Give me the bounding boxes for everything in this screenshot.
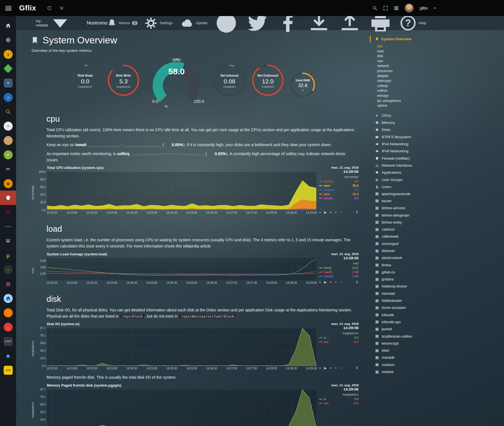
menu-app-chronograf[interactable]: chronograf	[370, 240, 437, 247]
alarms-button[interactable]: Alarms 2	[107, 19, 138, 28]
sidebar-app-calibre-library-icon[interactable]: ≡	[0, 76, 16, 90]
legend-row-out[interactable]: out-5.2	[319, 401, 359, 405]
chevron-down-icon[interactable]	[434, 7, 436, 10]
sidebar-app-ombi-icon[interactable]: ◠	[0, 133, 16, 148]
sidebar-app-raspberry-pi-icon[interactable]: ⁂	[0, 205, 16, 219]
menu-section-applications[interactable]: Applications	[370, 169, 437, 176]
zoom-in-button[interactable]: +	[335, 280, 337, 284]
menu-section-ipv6-networking[interactable]: IPv6 Networking	[370, 148, 437, 155]
legend-row-system[interactable]: system2.3	[319, 188, 359, 192]
menu-app-lazylibrarian-calibre[interactable]: lazylibrarian-calibre	[370, 333, 437, 340]
menu-item-idlejitter[interactable]: idlejitter	[370, 74, 437, 79]
menu-section-btrfs-filesystem[interactable]: BTRFS filesystem	[370, 133, 437, 140]
legend-row-nice[interactable]: nice20.4	[319, 192, 359, 196]
gauge-used-ram[interactable]: Used RAM32.8%	[290, 72, 316, 99]
menu-section-ipv4-networking[interactable]: IPv4 Networking	[370, 140, 437, 148]
menu-section-memory[interactable]: Memory	[370, 119, 437, 126]
menu-section-network-interfaces[interactable]: Network Interfaces	[370, 162, 437, 169]
zoom-out-button[interactable]: −	[340, 280, 342, 284]
sidebar-app-airsonic-icon[interactable]: ♫	[0, 90, 16, 104]
menu-app-binhex-airsonic[interactable]: binhex-airsonic	[370, 205, 437, 212]
sidebar-app-jackett-icon[interactable]	[0, 104, 16, 119]
menu-app-binhex-emby[interactable]: binhex-emby	[370, 219, 437, 226]
menu-app-grafana[interactable]: grafana	[370, 276, 437, 283]
chart-plot-area[interactable]: 14:22:3014:23:0014:23:3014:24:0014:24:30…	[35, 257, 318, 285]
pan-backwards-button[interactable]: «	[319, 280, 321, 284]
menu-app-calibreweb[interactable]: calibreweb	[370, 233, 437, 240]
resize-handle[interactable]: ⇕	[355, 366, 359, 370]
resize-handle[interactable]: ⇕	[355, 210, 359, 214]
legend-row-load5[interactable]: load52.68	[319, 270, 359, 274]
menu-app-hddtemp-docker[interactable]: hddtemp-docker	[370, 283, 437, 290]
menu-item-disk[interactable]: disk	[370, 54, 437, 59]
menu-app-influxdb-ups[interactable]: influxdb-ups	[370, 318, 437, 325]
menu-app-apacheguacamole[interactable]: apacheguacamole	[370, 190, 437, 197]
zoom-in-button[interactable]: +	[335, 366, 337, 370]
fullscreen-icon[interactable]	[383, 6, 388, 11]
legend-row-load1[interactable]: load16.51	[319, 266, 359, 270]
sidebar-app-home-icon[interactable]	[0, 18, 16, 33]
legend-row-load15[interactable]: load152.06	[319, 274, 359, 278]
menu-item-ipc-semaphores[interactable]: ipc semaphores	[370, 99, 437, 104]
chart-plot-area[interactable]: 14:22:3014:23:0014:23:3014:24:0014:24:30…	[35, 388, 318, 426]
update-button[interactable]: Update	[180, 16, 207, 30]
sidebar-app-home-assistant-icon[interactable]	[0, 291, 16, 305]
sidebar-app-emby-icon[interactable]	[0, 61, 16, 76]
sidebar-app-couchpotato-icon[interactable]: ✂	[0, 162, 16, 176]
menu-item-network[interactable]: network	[370, 64, 437, 69]
menu-app-lidarr[interactable]: lidarr	[370, 347, 437, 354]
sidebar-app-influxdb-app-icon[interactable]: ◉	[0, 349, 16, 363]
play-button[interactable]: ▶	[324, 280, 327, 284]
sidebar-app-pihole-icon[interactable]: ◖	[0, 262, 16, 277]
settings-button[interactable]: Settings	[144, 17, 173, 30]
menu-app-letsencrypt[interactable]: letsencrypt	[370, 340, 437, 347]
play-button[interactable]: ▶	[324, 210, 327, 214]
menu-app-cadvisor[interactable]: cadvisor	[370, 226, 437, 233]
menu-app-firefox[interactable]: firefox	[370, 262, 437, 269]
menu-item-ram[interactable]: ram	[370, 59, 437, 64]
legend-row-softirq[interactable]: softirq0.0	[319, 179, 359, 184]
pan-forwards-button[interactable]: »	[330, 366, 332, 370]
sidebar-app-kitana-icon[interactable]: ●	[0, 119, 16, 133]
zoom-in-button[interactable]: +	[335, 210, 337, 214]
sidebar-app-lazylibrarian-icon[interactable]: LAZY	[0, 334, 16, 349]
menu-item-processes[interactable]: processes	[370, 69, 437, 74]
chart-plot-area[interactable]: 14:22:3014:23:0014:23:3014:24:0014:24:30…	[35, 327, 318, 371]
menu-section-users[interactable]: Users	[370, 183, 437, 190]
legend-row-user[interactable]: user35.3	[319, 184, 359, 188]
sidebar-app-netdata-icon[interactable]	[0, 191, 16, 205]
help-button[interactable]: ? Help	[399, 16, 426, 32]
sidebar-app-drone-ci-icon[interactable]: ⚡	[0, 148, 16, 162]
pan-backwards-button[interactable]: «	[319, 210, 321, 214]
close-tab-icon[interactable]	[59, 6, 64, 11]
gauge-disk-read[interactable]: Disk Read0.0megabytes/s	[69, 64, 101, 98]
menu-app-binhex-delugevpn[interactable]: binhex-delugevpn	[370, 212, 437, 219]
play-button[interactable]: ▶	[324, 366, 327, 370]
sidebar-app-settings-icon[interactable]	[0, 33, 16, 47]
sidebar-app-utorrent-icon[interactable]: µ	[0, 248, 16, 262]
gauge-cpu[interactable]: CPU58.00.0100.0%	[148, 58, 205, 105]
menu-item-softnet[interactable]: softnet	[370, 88, 437, 93]
menu-item-entropy[interactable]: entropy	[370, 93, 437, 99]
pan-forwards-button[interactable]: »	[330, 280, 332, 284]
search-icon[interactable]	[372, 6, 377, 11]
sidebar-app-plex-icon[interactable]: ›	[0, 47, 16, 61]
gauge-disk-write[interactable]: Disk Write5.3megabytes/s	[107, 64, 140, 98]
user-avatar[interactable]	[404, 3, 414, 13]
menu-item-softirqs[interactable]: softirqs	[370, 84, 437, 89]
sidebar-app-nextcloud-icon[interactable]: ∘∘∘	[0, 219, 16, 234]
gauge-net-inbound[interactable]: Net Inbound0.08megabits/s	[213, 64, 246, 98]
menu-app-heimdall[interactable]: heimdall	[370, 290, 437, 297]
menu-item-cpu[interactable]: cpu	[370, 44, 437, 49]
menu-app-jackett[interactable]: jackett	[370, 326, 437, 333]
menu-section-firewall-netfilter[interactable]: Firewall (netfilter)	[370, 155, 437, 162]
sidebar-app-firefox-icon[interactable]: ◖	[0, 305, 16, 320]
legend-row-out[interactable]: out-5.3	[319, 340, 359, 344]
menu-item-interrupts[interactable]: interrupts	[370, 79, 437, 84]
zoom-out-button[interactable]: −	[340, 366, 342, 370]
sidebar-app-duplicati-icon[interactable]: ▤	[0, 277, 16, 291]
menu-app-hiddenloader[interactable]: hiddenloader	[370, 297, 437, 304]
sidebar-app-ubooquity-icon[interactable]: U	[0, 234, 16, 248]
legend-row-in[interactable]: in0.0	[319, 336, 359, 340]
menu-app-home-assistant[interactable]: home-assistant	[370, 304, 437, 311]
